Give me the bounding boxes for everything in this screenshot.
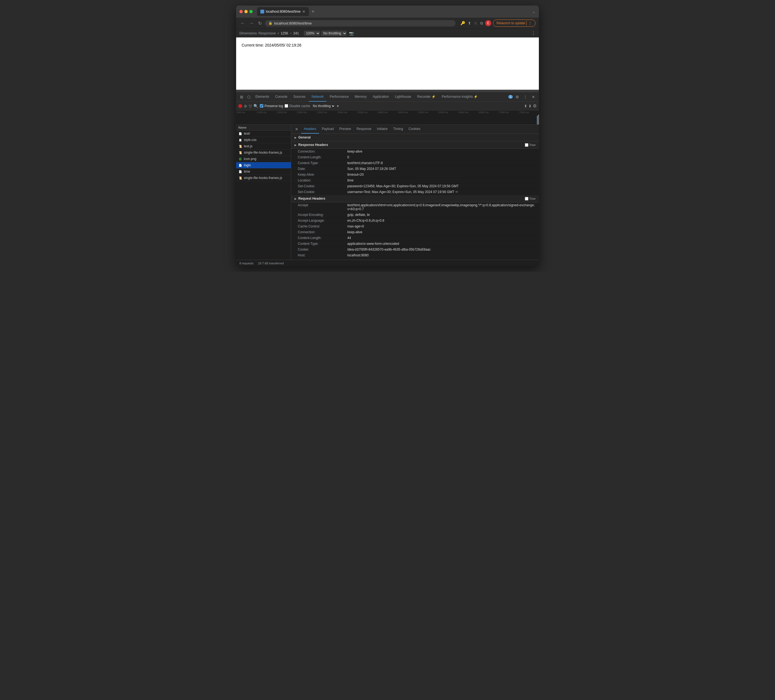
address-bar: ← → ↻ 🔒 localhost:8080/test/time 🔑 ⬆ ☆ ⧉… — [236, 18, 539, 28]
tab-elements[interactable]: Elements — [253, 92, 272, 102]
response-headers-section-header[interactable]: ▶ Response Headers Raw — [291, 141, 539, 149]
tab-sources[interactable]: Sources — [291, 92, 308, 102]
resize-handle[interactable]: • • • — [236, 90, 539, 92]
tab-recorder[interactable]: Recorder ⚡ — [414, 92, 439, 102]
sub-tab-preview[interactable]: Preview — [337, 125, 354, 133]
network-settings-button[interactable]: ⚙ — [533, 103, 537, 108]
import-icon[interactable]: ⬆ — [524, 103, 527, 108]
throttle-dropdown[interactable]: No throttling — [312, 104, 335, 108]
close-headers-button[interactable]: ✕ — [293, 125, 300, 133]
response-headers-title: Response Headers — [298, 143, 328, 147]
tab-console[interactable]: Console — [273, 92, 290, 102]
profile-icon[interactable]: E — [485, 20, 491, 26]
request-raw-toggle[interactable]: Raw — [525, 197, 536, 200]
throttle-select[interactable]: No throttling — [321, 30, 347, 36]
search-button[interactable]: 🔍 — [253, 104, 258, 108]
list-item[interactable]: 📜 single-file-hooks-frames.js — [236, 175, 291, 181]
header-name: Connection: — [298, 230, 347, 234]
disable-cache-checkbox-label[interactable]: Disable cache — [284, 104, 310, 108]
minimize-window-button[interactable] — [244, 10, 248, 13]
devtools-more-button[interactable]: ⋮ — [522, 93, 529, 100]
edit-header-icon[interactable]: ✏ — [456, 190, 458, 194]
sub-tab-timing[interactable]: Timing — [391, 125, 406, 133]
forward-button[interactable]: → — [248, 20, 255, 26]
bookmark-icon[interactable]: ☆ — [473, 20, 478, 26]
devtools-toggle-button[interactable]: ⊞ — [238, 93, 245, 100]
tick-4500: 4500 ms — [397, 111, 418, 114]
tab-lighthouse[interactable]: Lighthouse — [392, 92, 414, 102]
share-icon[interactable]: ⬆ — [467, 20, 472, 26]
response-raw-toggle[interactable]: Raw — [525, 143, 536, 147]
header-row: Cookie: Idea-d1f785ff=84328570-ea9b-4635… — [291, 247, 539, 253]
sub-tab-cookies[interactable]: Cookies — [406, 125, 423, 133]
list-item[interactable]: 🖼 icon.png — [236, 156, 291, 162]
zoom-select[interactable]: 100% — [304, 30, 320, 36]
list-item[interactable]: 📄 time — [236, 168, 291, 175]
more-options-icon[interactable]: ⋮ — [531, 30, 536, 36]
tab-performance-insights[interactable]: Performance insights ⚡ — [439, 92, 481, 102]
request-raw-checkbox[interactable] — [525, 197, 529, 200]
tab-favicon — [260, 10, 264, 13]
list-item[interactable]: 📜 test.js — [236, 143, 291, 150]
record-button[interactable] — [238, 104, 242, 108]
dimensions-label: Dimensions: Responsive — [239, 32, 276, 35]
reload-button[interactable]: ↻ — [257, 20, 263, 27]
timeline-marker — [538, 115, 539, 125]
sub-tab-payload[interactable]: Payload — [319, 125, 336, 133]
headers-content: ▶ General ▶ Response Headers Raw Connect… — [291, 134, 539, 260]
height-value: 241 — [293, 32, 299, 35]
maximize-window-button[interactable] — [249, 10, 253, 13]
relaunch-button[interactable]: Relaunch to update ⋮ — [493, 20, 536, 27]
window-controls[interactable]: ⌄ — [532, 9, 536, 14]
general-section-header[interactable]: ▶ General — [291, 134, 539, 141]
sub-tab-response[interactable]: Response — [354, 125, 374, 133]
clear-button[interactable]: ⊘ — [244, 104, 247, 108]
request-headers-section-header[interactable]: ▶ Request Headers Raw — [291, 195, 539, 202]
response-raw-checkbox[interactable] — [525, 143, 529, 147]
tab-memory[interactable]: Memory — [352, 92, 369, 102]
list-item[interactable]: 📋 style.css — [236, 137, 291, 143]
close-window-button[interactable] — [239, 10, 243, 13]
url-bar[interactable]: 🔒 localhost:8080/test/time — [265, 20, 456, 27]
resize-indicator: • • • — [384, 90, 391, 92]
key-icon[interactable]: 🔑 — [460, 20, 466, 26]
tab-performance[interactable]: Performance — [327, 92, 351, 102]
devtools-cursor-button[interactable]: ⬡ — [246, 93, 252, 100]
sub-tab-initiator[interactable]: Initiator — [374, 125, 390, 133]
header-value: username=Test; Max-Age=30; Expires=Sun, … — [347, 190, 454, 194]
new-tab-button[interactable]: + — [310, 8, 316, 15]
export-icon[interactable]: ⬇ — [529, 103, 532, 108]
list-item[interactable]: 📜 single-file-hooks-frames.js — [236, 150, 291, 156]
header-name: Date: — [298, 167, 347, 171]
devtools-settings-button[interactable]: ⚙ — [514, 93, 521, 100]
extensions-icon[interactable]: ⧉ — [480, 20, 484, 26]
filter-button[interactable]: ▽ — [249, 104, 252, 108]
disable-cache-label: Disable cache — [289, 104, 310, 108]
header-value: http://localhost:8080 — [347, 259, 377, 260]
header-value: keep-alive — [347, 230, 363, 234]
header-row: Location: time — [291, 178, 539, 183]
sub-tab-headers[interactable]: Headers — [301, 125, 319, 133]
tick-7000: 7000 ms — [499, 111, 519, 114]
header-name: Content-Type: — [298, 242, 347, 246]
header-value: 44 — [347, 236, 351, 240]
devtools-panel: ⊞ ⬡ Elements Console Sources Network Per… — [236, 92, 539, 266]
tab-network[interactable]: Network — [309, 92, 326, 102]
preserve-log-checkbox[interactable] — [260, 104, 263, 108]
tab-close-button[interactable]: ✕ — [302, 10, 306, 13]
relaunch-menu-button[interactable]: ⋮ — [526, 21, 532, 25]
list-item-selected[interactable]: 📄 login — [236, 162, 291, 168]
header-row: Content-Length: 44 — [291, 235, 539, 241]
preserve-log-checkbox-label[interactable]: Preserve log — [260, 104, 283, 108]
devtools-close-button[interactable]: ✕ — [530, 93, 537, 100]
screenshot-icon[interactable]: 📷 — [348, 30, 355, 36]
disable-cache-checkbox[interactable] — [284, 104, 288, 108]
active-tab[interactable]: localhost:8080/test/time ✕ — [257, 7, 309, 16]
js-file-icon: 📜 — [238, 144, 242, 148]
file-name: test/ — [244, 132, 250, 135]
tab-application[interactable]: Application — [370, 92, 392, 102]
back-button[interactable]: ← — [239, 20, 246, 26]
png-file-icon: 🖼 — [238, 157, 242, 161]
file-name: icon.png — [244, 157, 256, 161]
list-item[interactable]: 📄 test/ — [236, 130, 291, 137]
